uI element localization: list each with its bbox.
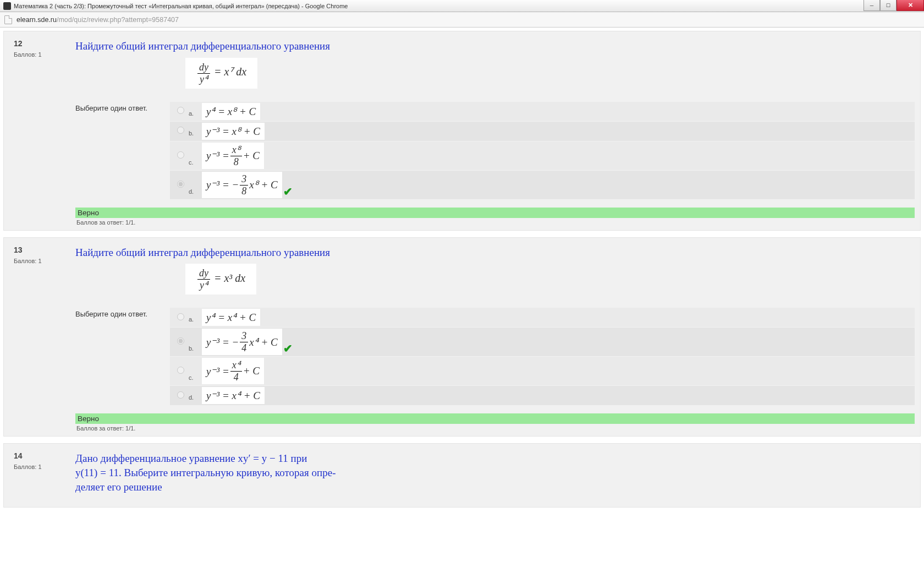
- answer-option-c[interactable]: c. y⁻³ = x⁸8 + C: [170, 141, 915, 170]
- feedback-correct: Верно: [75, 208, 915, 218]
- question-number: 13: [14, 246, 63, 254]
- answer-a-formula: y⁴ = x⁴ + C: [202, 309, 260, 326]
- feedback-correct: Верно: [75, 413, 915, 424]
- question-max-score: Баллов: 1: [14, 464, 63, 470]
- url-domain: elearn.sde.ru: [16, 16, 57, 24]
- answer-option-c[interactable]: c. y⁻³ = x⁴4 + C: [170, 357, 915, 385]
- window-minimize-button[interactable]: ─: [864, 0, 880, 11]
- select-one-label: Выберите один ответ.: [75, 308, 170, 406]
- answer-option-b[interactable]: b. y⁻³ = − 34 x⁴ + C ✔: [170, 328, 915, 356]
- question-prompt: Дано дифференциальное уравнение xy′ = y …: [75, 451, 361, 494]
- window-maximize-button[interactable]: ☐: [880, 0, 897, 11]
- question-max-score: Баллов: 1: [14, 258, 63, 264]
- question-equation: dyy⁴ = x⁷ dx: [185, 58, 257, 89]
- radio-c[interactable]: [177, 151, 184, 159]
- answer-option-d[interactable]: d. y⁻³ = x⁴ + C: [170, 386, 915, 405]
- question-block-14: 14 Баллов: 1 Дано дифференциальное уравн…: [3, 443, 921, 508]
- radio-b[interactable]: [177, 127, 184, 134]
- question-number: 12: [14, 39, 63, 48]
- app-favicon: [3, 2, 11, 10]
- radio-b[interactable]: [177, 337, 184, 345]
- answer-a-formula: y⁴ = x⁸ + C: [202, 103, 260, 120]
- feedback-block: Верно Баллов за ответ: 1/1.: [75, 208, 915, 227]
- question-equation: dyy⁴ = x³ dx: [185, 264, 256, 295]
- radio-a[interactable]: [177, 107, 184, 114]
- window-close-button[interactable]: ✕: [897, 0, 924, 11]
- answer-option-a[interactable]: a. y⁴ = x⁸ + C: [170, 102, 915, 121]
- question-block-12: 12 Баллов: 1 Найдите общий интеграл дифф…: [3, 31, 921, 231]
- radio-c[interactable]: [177, 367, 184, 374]
- answer-option-a[interactable]: a. y⁴ = x⁴ + C: [170, 308, 915, 327]
- question-prompt: Найдите общий интеграл дифференциального…: [75, 246, 915, 260]
- answer-b-formula: y⁻³ = x⁸ + C: [202, 123, 265, 140]
- radio-d[interactable]: [177, 391, 184, 399]
- feedback-block: Верно Баллов за ответ: 1/1.: [75, 413, 915, 433]
- question-max-score: Баллов: 1: [14, 51, 63, 58]
- feedback-score: Баллов за ответ: 1/1.: [75, 424, 915, 433]
- feedback-score: Баллов за ответ: 1/1.: [75, 218, 915, 227]
- correct-check-icon: ✔: [283, 185, 293, 198]
- question-number: 14: [14, 451, 63, 460]
- answer-c-formula: y⁻³ = x⁸8 + C: [202, 143, 264, 169]
- radio-a[interactable]: [177, 313, 184, 320]
- question-prompt: Найдите общий интеграл дифференциального…: [75, 39, 915, 53]
- answer-b-formula: y⁻³ = − 34 x⁴ + C: [202, 329, 282, 355]
- url-path: /mod/quiz/review.php?attempt=9587407: [57, 16, 179, 24]
- answer-options: a. y⁴ = x⁸ + C b. y⁻³ = x⁸ + C c. y⁻³ = …: [170, 102, 915, 200]
- window-titlebar: Математика 2 (часть 2/3): Промежуточный …: [0, 0, 924, 12]
- window-title: Математика 2 (часть 2/3): Промежуточный …: [14, 3, 348, 9]
- address-bar[interactable]: elearn.sde.ru/mod/quiz/review.php?attemp…: [0, 12, 924, 28]
- question-block-13: 13 Баллов: 1 Найдите общий интеграл дифф…: [3, 237, 921, 437]
- radio-d[interactable]: [177, 181, 184, 188]
- answer-d-formula: y⁻³ = − 38 x⁸ + C: [202, 172, 282, 198]
- answer-d-formula: y⁻³ = x⁴ + C: [202, 387, 265, 404]
- correct-check-icon: ✔: [283, 342, 293, 355]
- window-controls: ─ ☐ ✕: [864, 0, 924, 11]
- page-icon: [4, 15, 12, 24]
- answer-option-b[interactable]: b. y⁻³ = x⁸ + C: [170, 122, 915, 141]
- page-viewport[interactable]: 12 Баллов: 1 Найдите общий интеграл дифф…: [0, 28, 924, 578]
- answer-option-d[interactable]: d. y⁻³ = − 38 x⁸ + C ✔: [170, 171, 915, 199]
- answer-options: a. y⁴ = x⁴ + C b. y⁻³ = − 34 x⁴ + C ✔ c.…: [170, 308, 915, 406]
- answer-c-formula: y⁻³ = x⁴4 + C: [202, 358, 264, 384]
- select-one-label: Выберите один ответ.: [75, 102, 170, 200]
